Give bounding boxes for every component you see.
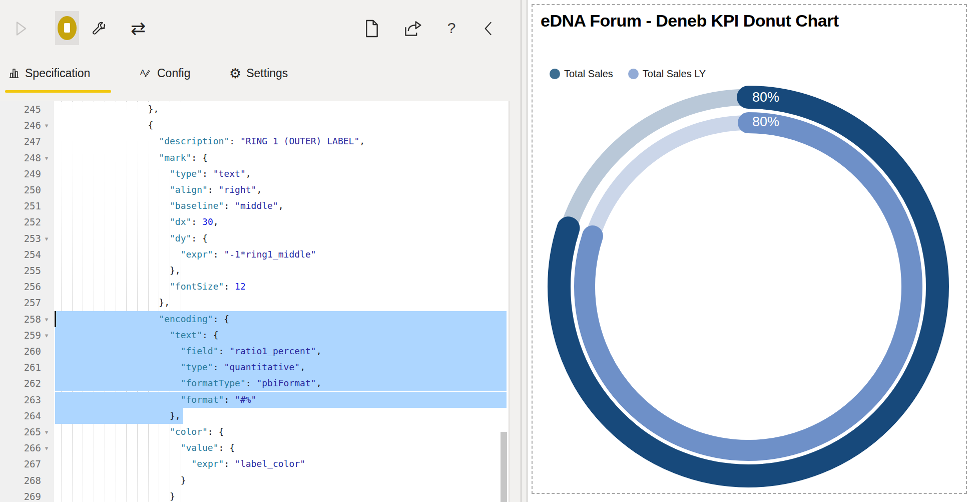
fold-arrow-icon[interactable]: ▾ [41, 154, 52, 162]
fold-arrow-icon[interactable]: ▾ [41, 316, 52, 323]
code-line[interactable]: "fontSize": 12 [54, 279, 508, 295]
code-line[interactable]: "expr": "label_color" [54, 456, 508, 472]
export-icon [403, 19, 422, 38]
new-document-icon [364, 19, 380, 38]
line-number[interactable]: 255 [0, 263, 54, 279]
fold-arrow-icon[interactable]: ▾ [41, 444, 52, 452]
gear-icon: ⚙ [229, 66, 241, 81]
collapse-editor-button[interactable] [478, 17, 500, 40]
code-line[interactable]: "format": "#%" [54, 392, 508, 408]
editor-code-area[interactable]: },{"description": "RING 1 (OUTER) LABEL"… [54, 101, 508, 502]
tab-label: Config [157, 67, 190, 80]
pen-icon: A [140, 67, 152, 80]
editor-pane: ⇄ ? Speci [0, 0, 521, 502]
play-button[interactable] [12, 19, 30, 38]
line-number[interactable]: 267 [0, 456, 54, 472]
code-line[interactable]: "expr": "-1*ring1_middle" [54, 246, 508, 263]
line-number[interactable]: 263 [0, 392, 54, 408]
line-number[interactable]: 249 [0, 166, 54, 182]
export-specification-button[interactable] [401, 17, 423, 40]
code-line[interactable]: { [54, 117, 508, 133]
code-line[interactable]: "type": "text", [54, 166, 508, 182]
panel-resize-handle[interactable] [521, 0, 528, 502]
code-line[interactable]: "field": "ratio1_percent", [54, 343, 508, 359]
active-tab-underline [5, 90, 111, 93]
line-number[interactable]: 261 [0, 359, 54, 375]
stop-toggle-icon [55, 11, 79, 45]
line-number[interactable]: 258▾ [0, 311, 54, 327]
stop-toggle-button[interactable] [55, 11, 79, 45]
code-line[interactable]: }, [54, 408, 508, 424]
line-number[interactable]: 253▾ [0, 230, 54, 246]
line-number[interactable]: 256 [0, 279, 54, 295]
deneb-editor-window: ⇄ ? Speci [0, 0, 980, 502]
play-icon [14, 21, 28, 37]
code-line[interactable]: } [54, 472, 508, 488]
line-number[interactable]: 262 [0, 375, 54, 391]
tab-specification[interactable]: Specification [8, 59, 90, 87]
tab-label: Settings [246, 67, 288, 80]
code-line[interactable]: "dy": { [54, 230, 508, 246]
collapse-chevron-icon [481, 20, 497, 37]
tab-settings[interactable]: ⚙ Settings [229, 59, 288, 87]
line-number[interactable]: 269 [0, 488, 54, 502]
code-line[interactable]: }, [54, 263, 508, 279]
fold-arrow-icon[interactable]: ▾ [41, 122, 52, 129]
code-line[interactable]: "formatType": "pbiFormat", [54, 375, 508, 391]
line-number[interactable]: 245 [0, 101, 54, 117]
tab-config[interactable]: A Config [140, 59, 190, 87]
code-line[interactable]: "description": "RING 1 (OUTER) LABEL", [54, 133, 508, 149]
code-line[interactable]: "color": { [54, 424, 508, 440]
line-number[interactable]: 260 [0, 343, 54, 359]
code-line[interactable]: "encoding": { [54, 311, 508, 327]
editor-gutter: 245246▾247248▾249250251252253▾2542552562… [0, 101, 54, 502]
line-number[interactable]: 264 [0, 408, 54, 424]
line-number[interactable]: 266▾ [0, 440, 54, 456]
json-code-editor[interactable]: 245246▾247248▾249250251252253▾2542552562… [0, 101, 510, 502]
code-line[interactable]: "value": { [54, 440, 508, 456]
outer-ring-value-label: 80% [752, 90, 779, 105]
line-number[interactable]: 268 [0, 472, 54, 488]
tab-label: Specification [25, 67, 90, 80]
code-line[interactable]: "text": { [54, 327, 508, 343]
donut-chart: 80% 80% [528, 0, 980, 502]
code-line[interactable]: "align": "right", [54, 182, 508, 198]
line-number[interactable]: 250 [0, 182, 54, 198]
fold-arrow-icon[interactable]: ▾ [41, 332, 52, 339]
text-cursor [55, 311, 56, 327]
field-mapping-button[interactable]: ⇄ [125, 15, 151, 41]
code-line[interactable]: "dx": 30, [54, 214, 508, 230]
code-line[interactable]: "mark": { [54, 150, 508, 166]
svg-text:A: A [140, 68, 145, 76]
line-number[interactable]: 257 [0, 295, 54, 311]
line-number[interactable]: 248▾ [0, 150, 54, 166]
fold-arrow-icon[interactable]: ▾ [41, 428, 52, 436]
code-line[interactable]: "type": "quantitative", [54, 359, 508, 375]
line-number[interactable]: 247 [0, 133, 54, 149]
code-line[interactable]: } [54, 488, 508, 502]
bar-chart-icon [8, 67, 20, 80]
line-number[interactable]: 265▾ [0, 424, 54, 440]
code-line[interactable]: "baseline": "middle", [54, 198, 508, 214]
code-line[interactable]: }, [54, 101, 508, 117]
repair-format-button[interactable] [89, 19, 109, 39]
fold-arrow-icon[interactable]: ▾ [41, 235, 52, 242]
wrench-icon [91, 21, 108, 38]
line-number[interactable]: 254 [0, 246, 54, 263]
code-line[interactable]: }, [54, 295, 508, 311]
line-number[interactable]: 246▾ [0, 117, 54, 133]
line-number[interactable]: 252 [0, 214, 54, 230]
help-icon: ? [447, 20, 456, 37]
line-number[interactable]: 251 [0, 198, 54, 214]
inner-ring-value-label: 80% [752, 114, 779, 129]
line-number[interactable]: 259▾ [0, 327, 54, 343]
help-button[interactable]: ? [442, 15, 460, 41]
swap-arrows-icon: ⇄ [131, 18, 146, 39]
visual-preview-pane: eDNA Forum - Deneb KPI Donut Chart Total… [528, 0, 980, 502]
new-specification-button[interactable] [361, 17, 382, 40]
